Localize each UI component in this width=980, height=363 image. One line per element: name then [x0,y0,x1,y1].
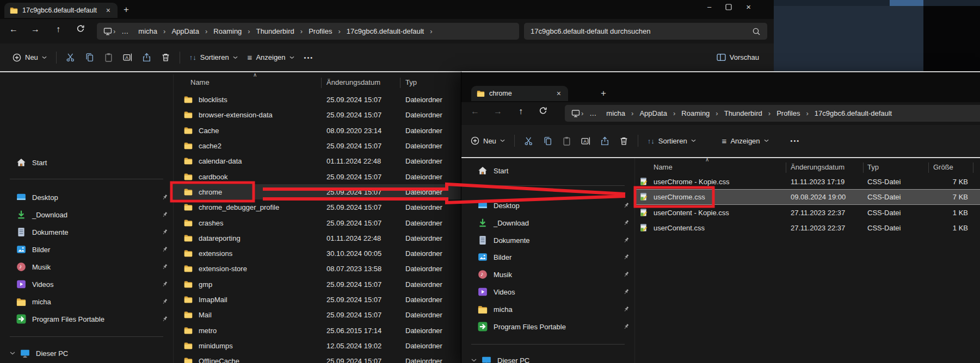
tab-profile-folder[interactable]: 17c9gbc6.default-default × [4,3,118,18]
tab-close-icon[interactable]: × [104,6,112,15]
download-icon [478,218,488,228]
breadcrumb-thunderbird[interactable]: Thunderbird [251,27,299,35]
sidebar-item-desktop[interactable]: Desktop [466,197,630,214]
new-button[interactable]: Neu [8,50,52,65]
column-name[interactable]: Name [654,163,673,171]
breadcrumb-profiles[interactable]: Profiles [304,27,337,35]
sidebar-item-desktop[interactable]: Desktop [4,189,169,205]
sort-button[interactable]: ↑↓ Sortieren [184,50,243,65]
sidebar-item-program-files-portable[interactable]: Program Files Portable [466,318,630,335]
sidebar-item-dokumente[interactable]: Dokumente [4,224,169,240]
breadcrumb-appdata[interactable]: AppData [167,27,204,35]
sidebar-item-bilder[interactable]: Bilder [466,249,630,265]
view-button[interactable]: ≡ Anzeigen [717,134,774,148]
desktop-icon [478,201,488,210]
share-button[interactable] [595,133,614,149]
breadcrumb-ellipsis[interactable]: … [116,27,133,35]
sidebar-item-dieser-pc[interactable]: Dieser PC [466,352,630,363]
preview-button[interactable]: Vorschau [712,50,764,65]
breadcrumb-roaming[interactable]: Roaming [676,109,714,117]
breadcrumb-micha[interactable]: micha [601,109,630,117]
new-tab-button[interactable]: + [601,89,606,98]
back-button[interactable]: ← [7,24,21,34]
new-button[interactable]: Neu [466,133,510,148]
pin-icon [621,322,631,331]
more-button[interactable]: ••• [299,51,319,64]
up-button[interactable]: ↑ [514,107,528,116]
column-type[interactable]: Typ [867,163,879,171]
rename-button[interactable] [118,49,137,65]
sidebar-item-bilder[interactable]: Bilder [4,241,169,258]
pin-icon [621,304,631,314]
sidebar-item-download[interactable]: _Download [4,206,169,223]
copy-button[interactable] [538,133,557,149]
breadcrumb-micha[interactable]: micha [133,27,162,35]
chevron-down-icon[interactable] [10,351,15,356]
sidebar-item-start[interactable]: Start [466,162,630,179]
videos-icon [16,279,26,289]
paste-button[interactable] [99,49,118,65]
forward-button[interactable]: → [491,107,505,116]
address-bar[interactable]: › … micha › AppData › Roaming › Thunderb… [97,23,519,40]
this-pc-icon[interactable] [571,109,580,117]
file-row-usercontent-css[interactable]: userContent.css27.11.2023 22:37CSS-Datei… [634,220,980,235]
maximize-button[interactable] [725,4,732,10]
sidebar-item-dokumente[interactable]: Dokumente [466,232,630,248]
sort-button[interactable]: ↑↓ Sortieren [643,134,701,148]
share-icon [600,136,609,146]
breadcrumb-profile-folder[interactable]: 17c9gbc6.default-default [342,27,429,35]
close-button[interactable]: × [746,2,751,11]
file-row-userchrome-kopie[interactable]: userChrome - Kopie.css11.11.2023 17:19CS… [634,174,980,189]
view-button[interactable]: ≡ Anzeigen [243,50,299,65]
this-pc-icon[interactable] [103,27,112,35]
back-button[interactable]: ← [468,107,482,116]
sidebar-item-download[interactable]: _Download [466,215,630,231]
chevron-down-icon[interactable] [471,358,477,363]
breadcrumb-appdata[interactable]: AppData [634,109,672,117]
breadcrumb-profiles[interactable]: Profiles [772,109,805,117]
more-button[interactable]: ••• [786,134,805,147]
breadcrumb-thunderbird[interactable]: Thunderbird [719,109,767,117]
cut-button[interactable] [519,133,538,149]
column-date[interactable]: Änderungsdatum [791,163,845,171]
file-row-usercontent-kopie[interactable]: userContent - Kopie.css27.11.2023 22:37C… [634,205,980,220]
tab-chrome-folder[interactable]: chrome × [471,86,568,101]
share-button[interactable] [137,49,156,65]
new-tab-button[interactable]: + [124,5,129,14]
up-button[interactable]: ↑ [51,24,65,34]
search-input[interactable]: 17c9gbc6.default-default durchsuchen [524,23,767,40]
refresh-button[interactable] [536,106,550,115]
copy-button[interactable] [80,49,99,65]
column-date[interactable]: Änderungsdatum [326,78,380,86]
search-icon[interactable] [752,27,761,36]
tab-close-icon[interactable]: × [555,89,563,98]
tab-title: 17c9gbc6.default-default [22,7,97,14]
sidebar-item-micha[interactable]: micha [4,293,169,310]
column-size[interactable]: Größe [933,163,953,171]
address-bar[interactable]: › … micha › AppData › Roaming › Thunderb… [565,105,980,122]
sidebar-item-videos[interactable]: Videos [466,284,630,300]
sidebar-item-micha[interactable]: micha [466,301,630,317]
forward-button[interactable]: → [28,24,42,34]
sidebar-item-dieser-pc[interactable]: Dieser PC [4,345,169,361]
column-type[interactable]: Typ [405,78,417,86]
breadcrumb-ellipsis[interactable]: … [584,109,601,117]
sidebar-item-program-files-portable[interactable]: Program Files Portable [4,311,169,327]
background-window-pane [923,6,980,72]
file-row-userchrome-css[interactable]: userChrome.css09.08.2024 19:00CSS-Datei7… [634,189,980,204]
rename-button[interactable] [576,133,595,149]
paste-button[interactable] [557,133,576,149]
breadcrumb-profile-folder[interactable]: 17c9gbc6.default-default [810,109,897,117]
column-name[interactable]: Name [190,78,209,86]
cut-button[interactable] [61,49,80,65]
sidebar-item-videos[interactable]: Videos [4,276,169,292]
breadcrumb-roaming[interactable]: Roaming [208,27,246,35]
sidebar-item-musik[interactable]: ♪ Musik [4,259,169,275]
refresh-button[interactable] [73,24,88,33]
delete-button[interactable] [614,133,633,149]
minimize-button[interactable]: – [707,3,711,11]
sidebar-item-musik[interactable]: ♪ Musik [466,266,630,283]
sidebar-item-start[interactable]: Start [4,154,169,171]
home-icon [16,158,26,167]
delete-button[interactable] [156,49,175,65]
